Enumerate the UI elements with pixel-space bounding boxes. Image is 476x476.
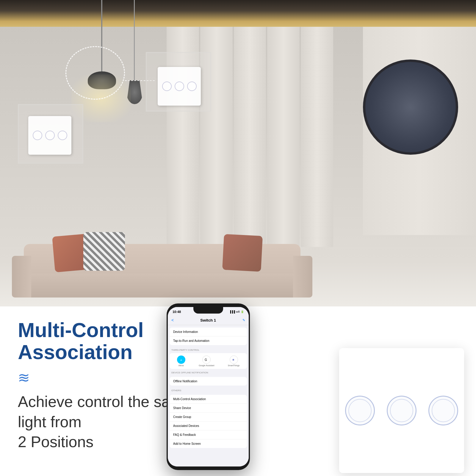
svg-text:A: A xyxy=(180,359,182,361)
svg-text:✳: ✳ xyxy=(232,358,234,361)
app-screen-title: Switch 1 xyxy=(200,318,216,322)
menu-item-associated[interactable]: Associated Devices xyxy=(170,422,247,430)
menu-item-tap-run[interactable]: Tap-to-Run and Automation xyxy=(170,336,247,345)
switch-circle-5 xyxy=(175,82,184,91)
switch-circle-3 xyxy=(58,131,67,140)
third-party-section: A Alexa G Google Assistant ✳ xyxy=(170,353,247,369)
menu-item-offline-notif[interactable]: Offline Notification xyxy=(170,377,247,386)
smartthings-icon: ✳ xyxy=(230,356,238,364)
description-line-2: 2 Positions xyxy=(18,433,93,450)
dashed-circle-annotation xyxy=(65,46,125,100)
wall-panel-4 xyxy=(267,27,300,247)
sofa xyxy=(0,226,327,309)
switch-circle-2 xyxy=(45,131,55,140)
alexa-item[interactable]: A Alexa xyxy=(177,356,185,367)
signal-icon: ▐▐▐ xyxy=(229,310,235,313)
phone-notch xyxy=(193,307,223,314)
product-switch-panel[interactable] xyxy=(339,348,464,473)
wall-panel-3 xyxy=(234,27,266,247)
switch-circle-1 xyxy=(33,131,42,140)
sofa-arm-left xyxy=(12,256,31,298)
app-content: < Switch 1 ✎ Device Information Tap-to-R… xyxy=(168,315,249,466)
ceiling xyxy=(0,0,476,27)
google-label: Google Assistant xyxy=(199,364,214,367)
menu-item-faq[interactable]: FAQ & Feedback xyxy=(170,430,247,439)
menu-item-group[interactable]: Create Group xyxy=(170,413,247,422)
alexa-icon: A xyxy=(177,356,185,364)
third-party-row: A Alexa G Google Assistant ✳ xyxy=(172,356,245,367)
wall-panel-5 xyxy=(301,27,333,247)
wall-decoration-circle xyxy=(363,60,458,155)
pillow-2 xyxy=(83,232,125,271)
pillow-3 xyxy=(222,234,263,272)
phone-body: 10:48 ▐▐▐ wifi 🔋 < Switch 1 ✎ Device Inf… xyxy=(167,303,250,470)
pendant-light-2 xyxy=(134,0,135,104)
wifi-icon: wifi xyxy=(236,310,240,313)
menu-item-share[interactable]: Share Device xyxy=(170,404,247,413)
smartthings-label: SmartThings xyxy=(228,364,240,367)
description-line-1: Achieve control the same light from xyxy=(18,393,192,430)
status-time: 10:48 xyxy=(173,310,181,314)
offline-section-header: Device Offline Notification xyxy=(168,370,249,375)
switch-panel-right[interactable] xyxy=(158,67,201,106)
sofa-arm-right xyxy=(293,256,312,298)
menu-item-multicontrol[interactable]: Multi-Control Association xyxy=(170,395,247,404)
status-icons: ▐▐▐ wifi 🔋 xyxy=(229,310,244,313)
product-switch-circle-1[interactable] xyxy=(345,396,375,425)
phone-screen: 10:48 ▐▐▐ wifi 🔋 < Switch 1 ✎ Device Inf… xyxy=(168,307,249,466)
edit-button[interactable]: ✎ xyxy=(242,318,245,322)
switch-panel-left[interactable] xyxy=(28,116,71,155)
back-button[interactable]: < xyxy=(171,318,174,322)
menu-item-homescreen[interactable]: Add to Home Screen xyxy=(170,439,247,448)
battery-icon: 🔋 xyxy=(241,310,244,313)
product-switch-circle-2[interactable] xyxy=(387,396,416,425)
main-menu-list: Device Information Tap-to-Run and Automa… xyxy=(170,328,247,345)
smartthings-item[interactable]: ✳ SmartThings xyxy=(228,356,240,367)
app-header: < Switch 1 ✎ xyxy=(168,315,249,325)
svg-text:G: G xyxy=(205,358,207,361)
google-item[interactable]: G Google Assistant xyxy=(199,356,214,367)
sofa-seat xyxy=(18,274,306,298)
others-section-header: Others xyxy=(168,388,249,392)
phone-mockup: 10:48 ▐▐▐ wifi 🔋 < Switch 1 ✎ Device Inf… xyxy=(167,303,250,470)
switch-circle-4 xyxy=(162,82,172,91)
third-party-section-header: Third-party Control xyxy=(168,347,249,352)
switch-circle-6 xyxy=(187,82,197,91)
offline-menu-list: Offline Notification xyxy=(170,377,247,386)
others-menu-list: Multi-Control Association Share Device C… xyxy=(170,395,247,448)
google-icon: G xyxy=(202,356,211,364)
alexa-label: Alexa xyxy=(178,364,184,367)
menu-item-device-info[interactable]: Device Information xyxy=(170,328,247,336)
product-switch-circle-3[interactable] xyxy=(428,396,458,425)
